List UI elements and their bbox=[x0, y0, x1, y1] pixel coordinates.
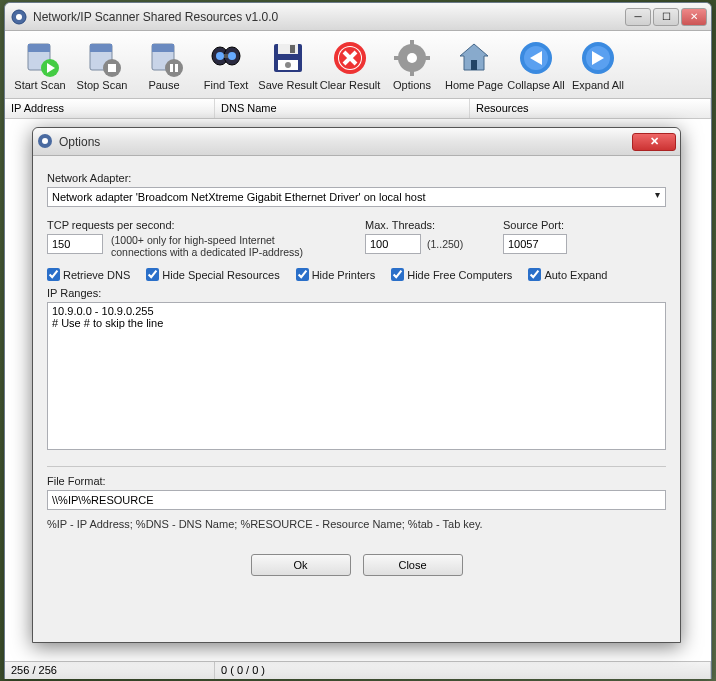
dialog-body: Network Adapter: TCP requests per second… bbox=[33, 156, 680, 586]
options-label: Options bbox=[393, 79, 431, 91]
stop-scan-label: Stop Scan bbox=[77, 79, 128, 91]
svg-rect-22 bbox=[290, 45, 295, 53]
home-icon bbox=[454, 38, 494, 78]
svg-rect-31 bbox=[410, 68, 414, 76]
separator bbox=[47, 466, 666, 467]
pause-icon bbox=[144, 38, 184, 78]
close-button[interactable]: Close bbox=[363, 554, 463, 576]
format-label: File Format: bbox=[47, 475, 666, 487]
hide-special-checkbox[interactable]: Hide Special Resources bbox=[146, 268, 279, 281]
svg-rect-11 bbox=[152, 44, 174, 52]
svg-point-19 bbox=[228, 52, 236, 60]
svg-rect-32 bbox=[394, 56, 402, 60]
col-ip[interactable]: IP Address bbox=[5, 99, 215, 118]
clear-label: Clear Result bbox=[320, 79, 381, 91]
pause-button[interactable]: Pause bbox=[133, 33, 195, 96]
tcp-hint: (1000+ only for high-speed Internet conn… bbox=[111, 234, 331, 258]
svg-rect-33 bbox=[422, 56, 430, 60]
ip-ranges-textarea[interactable] bbox=[47, 302, 666, 450]
file-format-input[interactable] bbox=[47, 490, 666, 510]
save-label: Save Result bbox=[258, 79, 317, 91]
svg-rect-17 bbox=[224, 54, 228, 58]
auto-expand-checkbox[interactable]: Auto Expand bbox=[528, 268, 607, 281]
column-headers: IP Address DNS Name Resources bbox=[5, 99, 711, 119]
svg-rect-14 bbox=[175, 64, 178, 72]
ranges-label: IP Ranges: bbox=[47, 287, 666, 299]
find-icon bbox=[206, 38, 246, 78]
window-controls: ─ ☐ ✕ bbox=[625, 8, 707, 26]
stop-scan-icon bbox=[82, 38, 122, 78]
svg-point-24 bbox=[285, 62, 291, 68]
threads-label: Max. Threads: bbox=[365, 219, 485, 231]
clear-icon bbox=[330, 38, 370, 78]
collapse-all-button[interactable]: Collapse All bbox=[505, 33, 567, 96]
svg-point-1 bbox=[16, 14, 22, 20]
save-result-button[interactable]: Save Result bbox=[257, 33, 319, 96]
options-button[interactable]: Options bbox=[381, 33, 443, 96]
format-hint: %IP - IP Address; %DNS - DNS Name; %RESO… bbox=[47, 518, 666, 530]
dialog-title: Options bbox=[59, 135, 632, 149]
stop-scan-button[interactable]: Stop Scan bbox=[71, 33, 133, 96]
svg-rect-30 bbox=[410, 40, 414, 48]
svg-rect-3 bbox=[28, 44, 50, 52]
home-label: Home Page bbox=[445, 79, 503, 91]
col-dns[interactable]: DNS Name bbox=[215, 99, 470, 118]
options-dialog: Options ✕ Network Adapter: TCP requests … bbox=[32, 127, 681, 643]
main-title: Network/IP Scanner Shared Resources v1.0… bbox=[33, 10, 625, 24]
threads-hint: (1..250) bbox=[427, 238, 463, 250]
svg-rect-7 bbox=[90, 44, 112, 52]
svg-point-12 bbox=[165, 59, 183, 77]
find-text-button[interactable]: Find Text bbox=[195, 33, 257, 96]
expand-all-button[interactable]: Expand All bbox=[567, 33, 629, 96]
svg-rect-9 bbox=[108, 64, 116, 72]
adapter-combo[interactable] bbox=[47, 187, 666, 207]
retrieve-dns-checkbox[interactable]: Retrieve DNS bbox=[47, 268, 130, 281]
find-label: Find Text bbox=[204, 79, 248, 91]
tcp-label: TCP requests per second: bbox=[47, 219, 347, 231]
adapter-label: Network Adapter: bbox=[47, 172, 666, 184]
dialog-titlebar[interactable]: Options ✕ bbox=[33, 128, 680, 156]
svg-rect-13 bbox=[170, 64, 173, 72]
threads-input[interactable] bbox=[365, 234, 421, 254]
app-icon bbox=[11, 9, 27, 25]
close-button[interactable]: ✕ bbox=[681, 8, 707, 26]
status-left: 256 / 256 bbox=[5, 662, 215, 679]
maximize-button[interactable]: ☐ bbox=[653, 8, 679, 26]
start-scan-label: Start Scan bbox=[14, 79, 65, 91]
expand-label: Expand All bbox=[572, 79, 624, 91]
clear-result-button[interactable]: Clear Result bbox=[319, 33, 381, 96]
svg-point-41 bbox=[42, 138, 48, 144]
expand-icon bbox=[578, 38, 618, 78]
col-resources[interactable]: Resources bbox=[470, 99, 711, 118]
statusbar: 256 / 256 0 ( 0 / 0 ) bbox=[5, 661, 711, 679]
port-input[interactable] bbox=[503, 234, 567, 254]
pause-label: Pause bbox=[148, 79, 179, 91]
collapse-label: Collapse All bbox=[507, 79, 564, 91]
hide-free-checkbox[interactable]: Hide Free Computers bbox=[391, 268, 512, 281]
minimize-button[interactable]: ─ bbox=[625, 8, 651, 26]
svg-point-29 bbox=[407, 53, 417, 63]
collapse-icon bbox=[516, 38, 556, 78]
status-right: 0 ( 0 / 0 ) bbox=[215, 662, 711, 679]
svg-point-18 bbox=[216, 52, 224, 60]
dialog-close-button[interactable]: ✕ bbox=[632, 133, 676, 151]
save-icon bbox=[268, 38, 308, 78]
port-label: Source Port: bbox=[503, 219, 623, 231]
home-page-button[interactable]: Home Page bbox=[443, 33, 505, 96]
svg-rect-35 bbox=[471, 60, 477, 70]
hide-printers-checkbox[interactable]: Hide Printers bbox=[296, 268, 376, 281]
start-scan-icon bbox=[20, 38, 60, 78]
ok-button[interactable]: Ok bbox=[251, 554, 351, 576]
options-icon bbox=[392, 38, 432, 78]
tcp-input[interactable] bbox=[47, 234, 103, 254]
toolbar: Start Scan Stop Scan Pause Find Text Sav… bbox=[5, 31, 711, 99]
dialog-icon bbox=[37, 133, 53, 151]
main-titlebar[interactable]: Network/IP Scanner Shared Resources v1.0… bbox=[5, 3, 711, 31]
start-scan-button[interactable]: Start Scan bbox=[9, 33, 71, 96]
